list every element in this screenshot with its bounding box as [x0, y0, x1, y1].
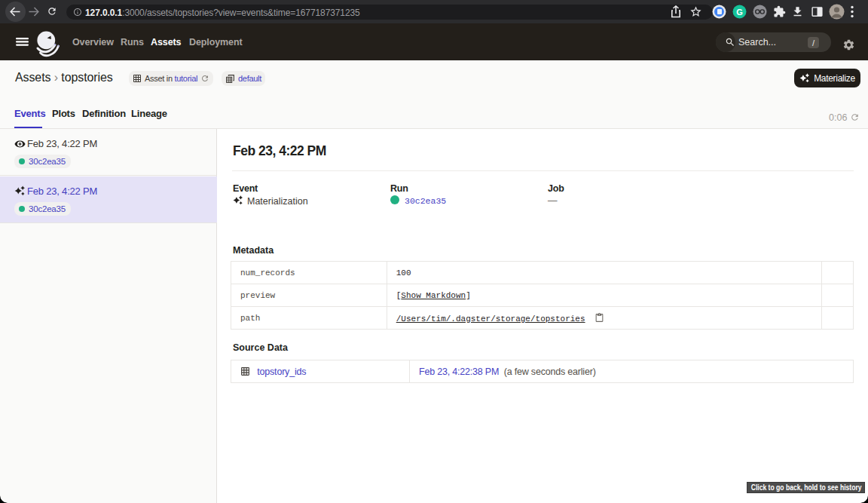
svg-text:G: G	[736, 8, 743, 17]
